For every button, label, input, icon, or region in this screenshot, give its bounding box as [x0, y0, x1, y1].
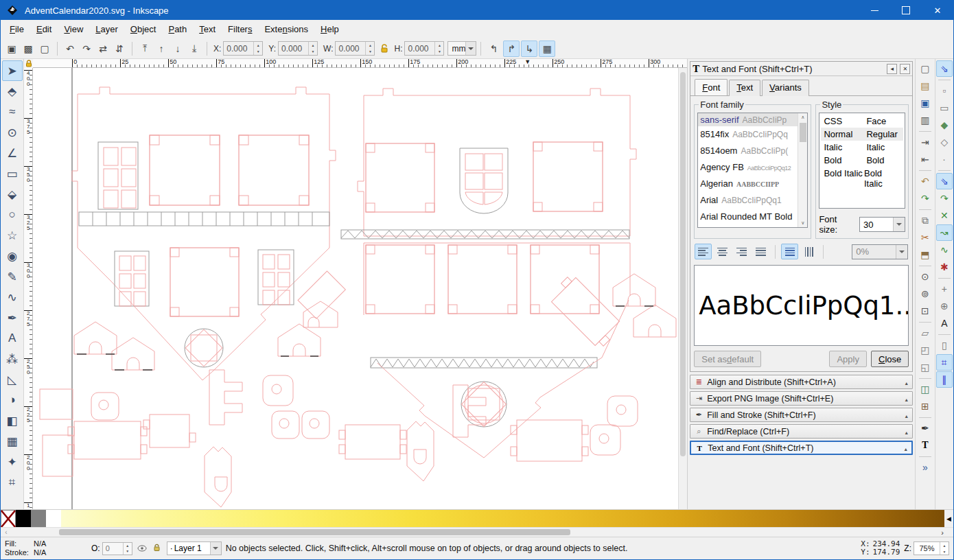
affect-scale-stroke-icon[interactable]: ↱: [503, 40, 520, 57]
font-list-scrollbar[interactable]: [798, 113, 807, 227]
snap-bbox-edges-icon[interactable]: ▭: [936, 100, 953, 116]
menu-file[interactable]: File: [3, 21, 30, 37]
letter-spacing-select[interactable]: 0%: [852, 244, 908, 259]
snap-guides-icon[interactable]: ∥: [936, 371, 953, 388]
style-list-item[interactable]: ItalicItalic: [821, 141, 903, 154]
lock-ratio-icon[interactable]: [378, 42, 391, 56]
eraser-tool[interactable]: ◺: [2, 369, 23, 390]
snap-line-midpoints-icon[interactable]: ✱: [936, 259, 953, 275]
raise-to-top-icon[interactable]: ⤒: [137, 40, 153, 57]
horizontal-ruler[interactable]: 0255075100125150175200225250275300: [33, 59, 687, 68]
vertical-scrollbar-thumb[interactable]: [680, 72, 686, 456]
units-select[interactable]: mm: [447, 41, 476, 56]
affect-scale-corners-icon[interactable]: ↳: [521, 40, 537, 57]
x-field[interactable]: 0.000: [223, 41, 263, 56]
titlebar[interactable]: AdventCalendar2020.svg - Inkscape: [1, 1, 953, 20]
palette-more-icon[interactable]: [944, 510, 953, 527]
rectangle-tool[interactable]: ▭: [2, 163, 23, 184]
font-size-select[interactable]: 30: [859, 217, 905, 232]
font-list-item[interactable]: 8514fixAaBbCcIiPpQq: [698, 128, 798, 144]
horizontal-text-button[interactable]: [781, 244, 798, 259]
swatch-black[interactable]: [16, 510, 31, 527]
snap-path-intersections-icon[interactable]: ✕: [936, 207, 953, 224]
export-png-panel[interactable]: ⇥Export PNG Image (Shift+Ctrl+E): [690, 391, 913, 406]
star-tool[interactable]: ☆: [2, 225, 23, 246]
new-document-icon[interactable]: ▢: [917, 60, 933, 77]
vertical-text-button[interactable]: [800, 244, 817, 259]
snap-paths-icon[interactable]: ↷: [936, 190, 953, 207]
import-bitmap-icon[interactable]: ⇥: [917, 134, 933, 150]
cut-icon[interactable]: ✂: [917, 229, 933, 246]
deselect-icon[interactable]: ▢: [36, 40, 53, 57]
font-list-item[interactable]: ArialAaBbCcIiPpQq1: [698, 194, 798, 210]
menu-text[interactable]: Text: [193, 21, 222, 37]
font-list-item[interactable]: 8514oemAaBbCcIiPp(: [698, 144, 798, 161]
align-justify-button[interactable]: [752, 244, 769, 259]
snap-enable-icon[interactable]: ⇘: [936, 60, 953, 77]
palette-scrollbar-thumb[interactable]: [59, 529, 570, 535]
swatch-white[interactable]: [46, 510, 61, 527]
layer-lock-icon[interactable]: [152, 544, 163, 554]
calligraphy-tool[interactable]: ✒: [2, 307, 23, 328]
font-list-item[interactable]: AlgerianAABBCCIIPP: [698, 177, 798, 194]
export-png-icon[interactable]: ⇤: [917, 151, 933, 167]
opacity-field[interactable]: 0: [102, 542, 132, 555]
snap-nodes-icon[interactable]: ⇘: [936, 173, 953, 189]
bezier-tool[interactable]: ∿: [2, 287, 23, 307]
font-list-item[interactable]: Agency FBAaBbCcIiPpQq12: [698, 161, 798, 177]
zoom-to-selection-icon[interactable]: ⊙: [917, 268, 933, 285]
node-tool[interactable]: ⬘: [2, 81, 23, 102]
more-commands-icon[interactable]: »: [917, 459, 933, 476]
snap-page-border-icon[interactable]: ▯: [936, 337, 953, 353]
dropper-tool[interactable]: ✦: [2, 452, 23, 472]
y-field[interactable]: 0.000: [278, 41, 318, 56]
flip-horizontal-icon[interactable]: ⇄: [95, 40, 111, 57]
find-replace-panel[interactable]: ⌕Find/Replace (Ctrl+F): [690, 424, 913, 439]
affect-move-patterns-icon[interactable]: ▦: [539, 40, 555, 57]
width-field[interactable]: 0.000: [335, 41, 375, 56]
swatch-50-percent-gray[interactable]: [31, 510, 46, 527]
3dbox-tool[interactable]: ⬙: [2, 184, 23, 205]
vertical-ruler[interactable]: 400375350325300275250225200175: [24, 68, 33, 509]
ruler-corner-lock-icon[interactable]: [24, 59, 33, 68]
gradient-tool[interactable]: ◧: [2, 410, 23, 431]
tab-text[interactable]: Text: [729, 80, 760, 96]
paint-bucket-tool[interactable]: ◑: [2, 390, 23, 410]
snap-rotation-centers-icon[interactable]: ⊕: [936, 298, 953, 314]
scroll-left-icon[interactable]: [1, 528, 12, 536]
duplicate-icon[interactable]: ▱: [917, 325, 933, 341]
snap-smooth-nodes-icon[interactable]: ∿: [936, 242, 953, 258]
text-dialog-icon[interactable]: T: [917, 437, 933, 454]
tab-variants[interactable]: Variants: [762, 80, 809, 96]
current-layer-select[interactable]: Layer 1: [167, 541, 222, 555]
scroll-right-icon[interactable]: [941, 528, 944, 537]
selector-tool[interactable]: ➤: [2, 60, 23, 81]
lower-to-bottom-icon[interactable]: ⤓: [186, 40, 202, 57]
palette-scrollbar[interactable]: [1, 527, 953, 537]
select-all-icon[interactable]: ▣: [3, 40, 20, 57]
snap-grid-icon[interactable]: ⌗: [936, 354, 953, 371]
menu-help[interactable]: Help: [314, 21, 345, 37]
style-list-item[interactable]: NormalRegular: [821, 128, 903, 141]
swatch-none[interactable]: [1, 510, 16, 527]
undo-icon[interactable]: ↶: [917, 173, 933, 189]
affect-move-gradients-icon[interactable]: ↰: [485, 40, 502, 57]
height-field[interactable]: 0.000: [404, 41, 444, 56]
create-clone-icon[interactable]: ◰: [917, 342, 933, 358]
align-and-distribute-panel[interactable]: ≣Align and Distribute (Shift+Ctrl+A): [690, 375, 913, 389]
text-and-font-panel[interactable]: TText and Font (Shift+Ctrl+T): [690, 441, 913, 455]
mesh-tool[interactable]: ▦: [2, 431, 23, 452]
fill-and-stroke-panel[interactable]: ✒Fill and Stroke (Shift+Ctrl+F): [690, 408, 913, 422]
layer-visibility-icon[interactable]: [137, 544, 148, 554]
unlink-clone-icon[interactable]: ◱: [917, 359, 933, 375]
stroke-value[interactable]: N/A: [34, 548, 46, 557]
menu-object[interactable]: Object: [124, 21, 163, 37]
menu-path[interactable]: Path: [162, 21, 193, 37]
snap-cusp-nodes-icon[interactable]: ↝: [936, 224, 953, 241]
save-document-icon[interactable]: ▣: [917, 95, 933, 111]
dialog-close-icon[interactable]: [900, 64, 910, 74]
menu-layer[interactable]: Layer: [89, 21, 124, 37]
group-objects-icon[interactable]: ◫: [917, 381, 933, 397]
minimize-button[interactable]: [859, 1, 890, 20]
redo-icon[interactable]: ↷: [917, 190, 933, 207]
